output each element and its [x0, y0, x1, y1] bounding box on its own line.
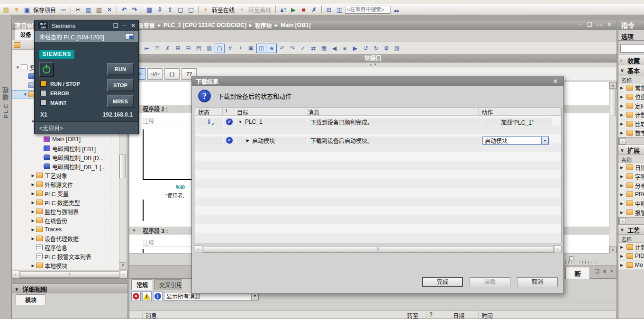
tree-item[interactable]: 程序信息: [12, 243, 119, 252]
editor-tool-icon[interactable]: ⇤: [142, 44, 152, 53]
block-interface-bar[interactable]: 块接口: [129, 55, 617, 63]
tree-item[interactable]: ▶ 监控与强制表: [12, 207, 119, 216]
copy-icon[interactable]: [84, 5, 93, 14]
expand-arrow-icon[interactable]: ▶: [620, 104, 625, 108]
errors-filter-icon[interactable]: ✕: [131, 292, 141, 301]
split-editor-vertical-icon[interactable]: [335, 5, 344, 14]
instruction-group[interactable]: ▶ 字符: [618, 172, 644, 181]
editor-tool-icon[interactable]: ↶: [277, 44, 287, 53]
expand-arrow-icon[interactable]: ▶: [30, 237, 36, 241]
mres-button[interactable]: MRES: [107, 95, 134, 108]
go-online-label[interactable]: 转至在线: [212, 6, 235, 14]
upload-from-device-icon[interactable]: [165, 5, 175, 14]
editor-tool-icon[interactable]: ▢: [215, 44, 225, 53]
instruction-group[interactable]: ▶ 比较: [618, 119, 644, 128]
section-technology[interactable]: ∨ 工艺: [618, 225, 644, 235]
finish-button[interactable]: 完成: [422, 277, 463, 287]
load-button[interactable]: 装载: [470, 277, 510, 287]
col-goto[interactable]: 转至: [404, 311, 426, 319]
tree-item[interactable]: ▶ 设备代理数据: [12, 234, 119, 243]
editor-tool-icon[interactable]: ▦: [319, 44, 329, 53]
power-button[interactable]: [39, 62, 54, 77]
extended-hscrollbar[interactable]: ‹: [618, 217, 644, 225]
open-project-icon[interactable]: [12, 5, 21, 14]
scrollbar-track[interactable]: ⦀: [203, 246, 553, 253]
cut-icon[interactable]: [73, 5, 83, 14]
expand-arrow-icon[interactable]: ▶: [620, 263, 625, 267]
start-runtime-icon[interactable]: [186, 5, 196, 14]
close-icon[interactable]: ✕: [551, 78, 560, 85]
restore-icon[interactable]: ❏: [587, 21, 592, 28]
editor-tool-icon[interactable]: ≣: [152, 44, 162, 53]
editor-tool-icon[interactable]: ✗: [163, 44, 172, 53]
editor-tool-icon[interactable]: ⊟: [183, 44, 193, 53]
expand-arrow-icon[interactable]: ▶: [30, 210, 36, 214]
close-icon[interactable]: ✕: [131, 22, 136, 29]
expand-arrow-icon[interactable]: ▶: [30, 264, 36, 268]
scroll-up-icon[interactable]: ∧: [609, 82, 617, 89]
expand-arrow-icon[interactable]: ▶: [246, 138, 249, 143]
scroll-right-icon[interactable]: ›: [554, 246, 562, 253]
expand-arrow-icon[interactable]: ▶: [620, 95, 625, 99]
run-button[interactable]: RUN: [107, 63, 134, 75]
save-project-label[interactable]: 保存项目: [33, 6, 56, 14]
tag-address[interactable]: %I0: [176, 184, 185, 190]
tree-item[interactable]: ▶ 工艺对象: [12, 171, 119, 180]
instructions-search-input[interactable]: [620, 44, 644, 53]
basic-hscrollbar[interactable]: ‹: [618, 137, 644, 145]
plc-programming-rail-label[interactable]: PLC 编程: [1, 86, 10, 118]
interface-collapse-row[interactable]: ▲ ▼: [129, 63, 617, 67]
go-offline-icon[interactable]: [237, 5, 247, 14]
expand-arrow-icon[interactable]: ▶: [620, 245, 625, 249]
expand-arrow-icon[interactable]: ▶: [620, 254, 625, 258]
target-cell[interactable]: ▼ PLC_1: [236, 118, 307, 126]
scrollbar-thumb[interactable]: [119, 155, 126, 178]
search-icon[interactable]: [391, 5, 401, 14]
editor-tool-icon[interactable]: #: [225, 44, 235, 53]
section-extended[interactable]: ∨ 扩展: [618, 145, 644, 155]
restore-icon[interactable]: ❏: [113, 22, 118, 29]
new-project-icon[interactable]: [1, 5, 11, 14]
breadcrumb-plc[interactable]: PLC_1 [CPU 1214C DC/DC/DC]: [163, 22, 246, 28]
network-2-comment[interactable]: 注释: [143, 117, 200, 125]
minimize-icon[interactable]: ─: [578, 21, 582, 28]
scroll-left-icon[interactable]: ‹: [195, 246, 202, 253]
editor-tool-icon[interactable]: ↷: [288, 44, 298, 53]
expand-arrow-icon[interactable]: ▼: [15, 65, 21, 70]
start-cpu-icon[interactable]: [289, 5, 298, 14]
col-exclamation[interactable]: !: [223, 108, 234, 115]
expand-arrow-icon[interactable]: ▶: [30, 191, 36, 196]
coil-icon[interactable]: ( ): [164, 68, 180, 80]
tab-diagnostics-partial[interactable]: 断: [565, 267, 590, 279]
instruction-group[interactable]: ▶ 中断: [618, 199, 644, 208]
tree-item[interactable]: PLC 报警文本列表: [12, 252, 119, 261]
section-basic[interactable]: ∨ 基本: [618, 65, 644, 75]
tree-item[interactable]: ▶ PLC 变量: [12, 189, 119, 198]
col-question[interactable]: ?: [426, 311, 450, 319]
editor-tool-icon[interactable]: ▤: [194, 44, 204, 53]
editor-vertical-scrollbar[interactable]: ∧ ∨: [609, 82, 617, 253]
editor-tool-icon[interactable]: ≡: [340, 44, 350, 53]
tree-item[interactable]: ▶ Traces: [12, 225, 119, 234]
collapse-arrow-icon[interactable]: ▼: [238, 120, 242, 124]
expand-arrow-icon[interactable]: ▶: [30, 182, 36, 187]
tree-item[interactable]: ▶ 外部源文件: [12, 180, 119, 189]
instruction-group[interactable]: ▶ 分布: [618, 181, 644, 190]
instruction-group[interactable]: ▶ PRO: [618, 190, 644, 199]
tab-cross-references[interactable]: 交叉引用: [154, 279, 181, 290]
minimize-icon[interactable]: ─: [122, 22, 127, 29]
tab-general[interactable]: 常规: [131, 279, 153, 290]
editor-tool-icon[interactable]: ◫: [256, 44, 266, 53]
editor-tool-icon[interactable]: ▶: [350, 44, 360, 53]
editor-tool-icon[interactable]: ⇄: [308, 44, 318, 53]
paste-icon[interactable]: [94, 5, 104, 14]
tree-item[interactable]: 电磁阀控制_DB [D...: [12, 153, 119, 162]
tree-item[interactable]: ▶ 本地模块: [12, 261, 119, 270]
split-editor-horizontal-icon[interactable]: [324, 5, 334, 14]
expand-arrow-icon[interactable]: ▶: [30, 173, 36, 178]
tree-item[interactable]: ▶ 在线备份: [12, 216, 119, 225]
download-to-device-icon[interactable]: [155, 5, 164, 14]
editor-tool-icon[interactable]: ⊞: [173, 44, 183, 53]
dialog-titlebar[interactable]: 下载结果 ✕: [192, 76, 563, 86]
section-favorites[interactable]: › 收藏: [618, 55, 644, 65]
